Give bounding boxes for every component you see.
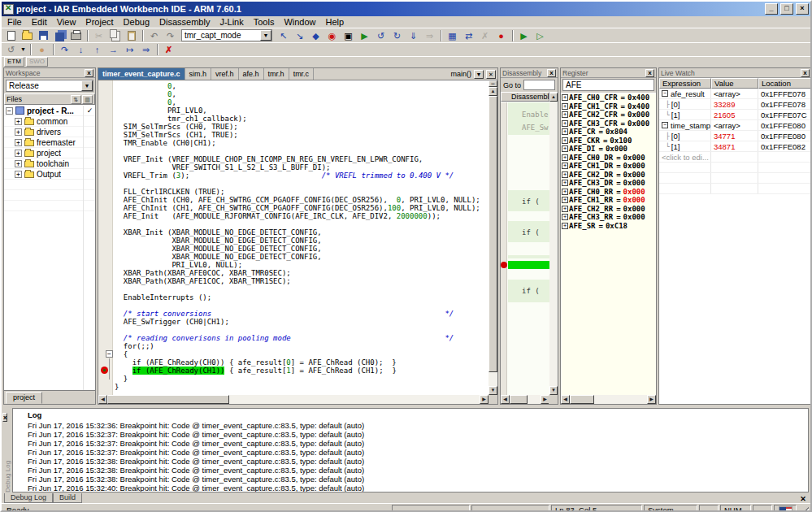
expand-icon[interactable]: + (562, 154, 568, 161)
disassembly-vscrollbar[interactable]: ▲ ▼ (549, 93, 558, 395)
editor-body[interactable]: − 0, 0, 0, PRI_LVL0, tmr_ch1_callback); … (98, 80, 497, 404)
tree-item-project[interactable]: +project (4, 148, 95, 158)
menu-edit[interactable]: Edit (27, 17, 52, 27)
watch-row[interactable]: └[1]348710x1FFFE082 (659, 141, 811, 152)
function-selector[interactable]: main() ▼ ✕ (449, 68, 497, 80)
register-row[interactable]: +AFE_CR=0x804 (561, 128, 656, 137)
register-row[interactable]: +AFE_CH2_RR=0x000 (561, 205, 656, 214)
split-handle[interactable]: ═ (489, 80, 497, 87)
register-filter-input[interactable]: AFE (562, 79, 654, 91)
scroll-left-icon[interactable]: ◀ (501, 395, 510, 404)
new-document-icon[interactable] (3, 29, 19, 42)
live-watch-title-bar[interactable]: Live Watch x (659, 68, 811, 78)
register-row[interactable]: +AFE_CH0_DR=0x000 (561, 154, 656, 163)
scroll-right-icon[interactable]: ▶ (480, 395, 489, 404)
find-combo[interactable]: tmr_capt_mode ▼ (181, 29, 272, 41)
register-list[interactable]: +AFE_CH0_CFR=0x400+AFE_CH1_CFR=0x400+AFE… (561, 93, 656, 395)
fold-collapse-icon[interactable]: − (106, 350, 113, 358)
go-icon[interactable]: ⇒ (138, 43, 154, 56)
expand-icon[interactable]: + (562, 128, 568, 135)
tab-tmr-h[interactable]: tmr.h (264, 68, 289, 80)
workspace-tab-project[interactable]: project (6, 392, 42, 404)
title-bar[interactable]: project - IAR Embedded Workbench IDE - A… (2, 2, 810, 16)
next-statement-icon[interactable]: → (106, 43, 121, 56)
combo-dropdown-icon[interactable]: ▼ (260, 30, 271, 41)
bookmark-next-icon[interactable]: ↘ (292, 29, 307, 42)
tab-sim-h[interactable]: sim.h (185, 68, 212, 80)
menu-view[interactable]: View (52, 17, 81, 27)
register-row[interactable]: +AFE_DI=0x000 (561, 145, 656, 154)
stop-debugging-icon[interactable]: ✗ (161, 43, 176, 56)
step-out-icon[interactable]: ↑ (89, 43, 105, 56)
tree-item-toolchain[interactable]: +toolchain (4, 158, 95, 169)
scroll-left-icon[interactable]: ◀ (98, 395, 107, 404)
copy-icon[interactable] (107, 29, 123, 42)
register-row[interactable]: +AFE_CH3_DR=0x000 (561, 179, 656, 188)
scroll-left-icon[interactable]: ◀ (561, 395, 570, 404)
disassembly-hscrollbar[interactable]: ◀ ▶ (501, 395, 549, 404)
toggle-breakpoint-icon[interactable]: ◉ (324, 29, 340, 42)
cut-icon[interactable]: ✂ (91, 29, 106, 42)
expand-icon[interactable]: + (15, 128, 22, 136)
reset-dropdown-icon[interactable]: ▼ (20, 43, 27, 56)
expand-icon[interactable]: + (562, 171, 568, 178)
watch-row[interactable]: −afe_result<array>0x1FFFE078 (659, 89, 811, 99)
expand-icon[interactable]: + (562, 94, 568, 101)
restart-icon[interactable]: ↻ (389, 29, 405, 42)
stop-build-icon[interactable]: ● (493, 29, 509, 42)
scroll-down-icon[interactable]: ▼ (549, 386, 558, 395)
log-panel-close-icon[interactable]: ✕ (798, 495, 808, 503)
bookmark-prev-icon[interactable]: ↖ (276, 29, 291, 42)
goto-input[interactable] (523, 80, 555, 90)
unlink-files-icon[interactable]: ✗ (477, 29, 493, 42)
register-row[interactable]: +AFE_CH3_RR=0x000 (561, 213, 656, 222)
menu-window[interactable]: Window (279, 17, 320, 27)
status-language[interactable] (774, 505, 797, 512)
register-row[interactable]: +AFE_SR=0xC18 (561, 222, 656, 231)
run-to-cursor-icon[interactable]: ↦ (122, 43, 137, 56)
minimize-button[interactable]: _ (765, 3, 778, 15)
workspace-title-bar[interactable]: Workspace x (4, 68, 95, 78)
register-row[interactable]: +AFE_CH0_CFR=0x400 (561, 93, 656, 102)
disassembly-title-bar[interactable]: Disassembly x (501, 68, 558, 78)
open-file-icon[interactable] (20, 29, 35, 42)
close-button[interactable]: × (796, 3, 809, 15)
step-into-icon[interactable]: ↓ (73, 43, 89, 56)
step-over-icon[interactable]: ↷ (57, 43, 72, 56)
reload-icon[interactable]: ↺ (373, 29, 389, 42)
disassembly-column-header[interactable]: Disassembl (501, 92, 549, 102)
watch-window-icon[interactable]: ▣ (341, 29, 356, 42)
expand-icon[interactable]: + (562, 214, 568, 220)
expand-icon[interactable]: + (562, 103, 568, 110)
watch-row[interactable]: ├[0]332890x1FFFE078 (659, 99, 811, 110)
menu-j-link[interactable]: J-Link (215, 17, 248, 27)
watch-rows[interactable]: −afe_result<array>0x1FFFE078├[0]332890x1… (659, 89, 811, 404)
files-header[interactable]: Files ⇅ ▥ (4, 93, 95, 105)
expand-icon[interactable]: + (562, 163, 568, 169)
tab-vref-h[interactable]: vref.h (211, 68, 239, 80)
tree-item-output[interactable]: +Output (4, 169, 95, 180)
register-close-icon[interactable]: x (645, 69, 654, 77)
register-title-bar[interactable]: Register x (561, 68, 656, 78)
export-icon[interactable]: ⇒ (422, 29, 437, 42)
watch-row[interactable]: <click to edi... (659, 152, 811, 163)
code-lines[interactable]: 0, 0, 0, PRI_LVL0, tmr_ch1_callback); SI… (115, 82, 489, 395)
log-box[interactable]: Log Fri Jun 17, 2016 15:32:36: Breakpoin… (12, 408, 809, 492)
breakpoint-icon[interactable] (501, 262, 507, 268)
live-watch-close-icon[interactable]: x (801, 69, 810, 77)
redo-icon[interactable]: ↷ (163, 29, 178, 42)
menu-project[interactable]: Project (80, 17, 118, 27)
refresh-download-icon[interactable]: ⇓ (406, 29, 421, 42)
watch-row[interactable]: ├[0]347710x1FFFE080 (659, 131, 811, 141)
register-row[interactable]: +AFE_CH3_CFR=0x000 (561, 119, 656, 128)
register-row[interactable]: +AFE_CH1_DR=0x000 (561, 162, 656, 171)
expand-icon[interactable]: + (562, 180, 568, 186)
undo-icon[interactable]: ↶ (146, 29, 162, 42)
editor-close-icon[interactable]: ✕ (486, 70, 496, 79)
watch-col-value[interactable]: Value (711, 78, 758, 89)
scroll-up-icon[interactable]: ▲ (549, 93, 558, 102)
link-files-icon[interactable]: ⇄ (461, 29, 476, 42)
watch-col-location[interactable]: Location (758, 78, 811, 89)
menu-help[interactable]: Help (321, 17, 350, 27)
resize-grip[interactable] (798, 505, 809, 512)
